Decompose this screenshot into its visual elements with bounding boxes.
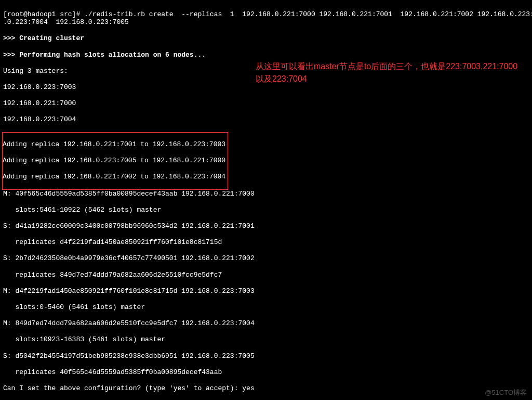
node-detail: replicates 849d7ed74ddd79a682aa606d2e551… (3, 271, 529, 279)
status-line: >>> Creating cluster (3, 34, 529, 43)
node-detail: slots:10923-16383 (5461 slots) master (3, 336, 529, 344)
node-line: S: 2b7d24623508e0b4a9979e36cf40657c77490… (3, 254, 529, 263)
command-line: [root@hadoop1 src]# ./redis-trib.rb crea… (3, 10, 529, 27)
node-line: M: d4f2219fad1450ae850921ff760f101e8c817… (3, 287, 529, 295)
highlighted-replicas-box: Adding replica 192.168.0.221:7001 to 192… (2, 132, 228, 190)
replica-line: Adding replica 192.168.0.223:7005 to 192… (3, 157, 225, 165)
node-detail: replicates d4f2219fad1450ae850921ff760f1… (3, 238, 529, 247)
master-node: 192.168.0.221:7000 (3, 99, 529, 108)
watermark-text: @51CTO博客 (485, 389, 527, 397)
node-line: M: 849d7ed74ddd79a682aa606d2e5510fcc9e5d… (3, 319, 529, 328)
node-line: S: d41a19282ce60009c3400c00798bb96960c53… (3, 222, 529, 230)
master-node: 192.168.0.223:7004 (3, 115, 529, 124)
node-detail: replicates 40f565c46d5559ad5385ff0ba0089… (3, 368, 529, 377)
replica-line: Adding replica 192.168.0.221:7002 to 192… (3, 173, 225, 181)
prompt-line: Can I set the above configuration? (type… (3, 384, 529, 393)
node-line: S: d5042f2b4554197d51beb985238c938e3dbb6… (3, 352, 529, 360)
node-line: M: 40f565c46d5559ad5385ff0ba00895decef43… (3, 190, 529, 198)
annotation-text: 从这里可以看出master节点是to后面的三个，也就是223:7003,221:… (256, 60, 526, 85)
node-detail: slots:0-5460 (5461 slots) master (3, 303, 529, 312)
replica-line: Adding replica 192.168.0.221:7001 to 192… (3, 140, 225, 149)
node-detail: slots:5461-10922 (5462 slots) master (3, 206, 529, 214)
status-line: >>> Performing hash slots allocation on … (3, 51, 529, 59)
